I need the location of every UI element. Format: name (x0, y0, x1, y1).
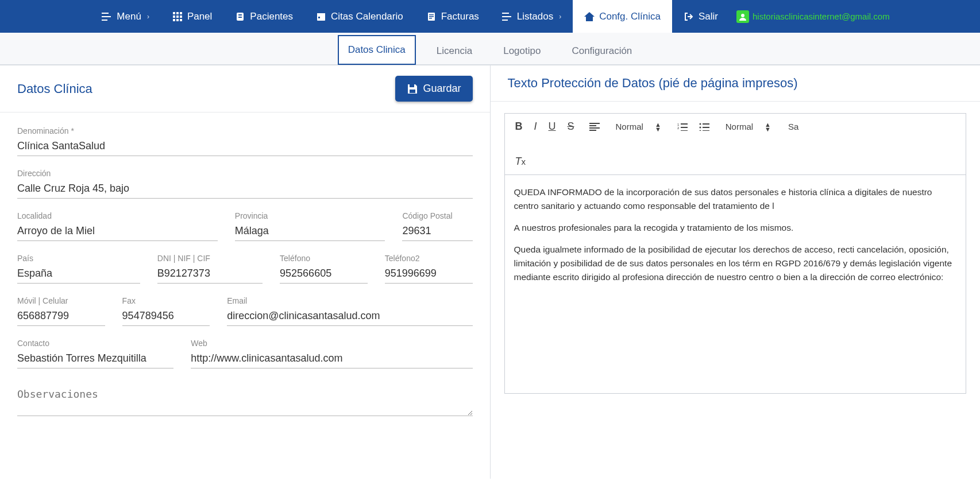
user-info[interactable]: historiasclinicasinternet@gmail.com (730, 10, 890, 23)
nav-salir-label: Salir (699, 11, 718, 22)
user-icon (736, 10, 749, 23)
nav-facturas-label: Facturas (441, 11, 479, 22)
nav-inner: Menú › Panel Pacientes Citas Calendario … (90, 0, 889, 33)
editor-paragraph: A nuestros profesionales para la recogid… (514, 221, 957, 235)
nav-citas-label: Citas Calendario (331, 11, 403, 22)
tab-datos-clinica[interactable]: Datos Clinica (338, 35, 416, 65)
direccion-input[interactable] (17, 180, 473, 199)
nav-pacientes[interactable]: Pacientes (223, 0, 304, 33)
telefono-input[interactable] (280, 265, 368, 284)
tab-configuracion[interactable]: Configuración (561, 36, 642, 65)
telefono-label: Teléfono (280, 254, 368, 263)
svg-rect-21 (410, 90, 415, 93)
telefono2-input[interactable] (385, 265, 473, 284)
svg-rect-0 (173, 12, 175, 14)
svg-rect-2 (180, 12, 182, 14)
panel-datos-clinica: Datos Clínica Guardar Denominación * Dir… (0, 65, 491, 479)
top-nav: Menú › Panel Pacientes Citas Calendario … (0, 0, 980, 33)
svg-rect-14 (318, 17, 320, 18)
svg-rect-6 (173, 19, 175, 21)
font-select[interactable]: Sa (785, 121, 802, 133)
sub-nav: Datos Clinica Licencia Logotipo Configur… (0, 33, 980, 65)
nav-panel[interactable]: Panel (161, 0, 223, 33)
clear-format-button[interactable]: Tx (513, 154, 528, 169)
contacto-input[interactable] (17, 350, 173, 368)
provincia-input[interactable] (235, 223, 385, 241)
svg-rect-13 (317, 13, 325, 15)
patients-icon (235, 11, 245, 22)
svg-rect-11 (238, 17, 242, 18)
form-body: Denominación * Dirección Localidad Provi… (0, 112, 490, 443)
panel-title-datos: Datos Clínica (17, 82, 92, 96)
svg-rect-3 (173, 15, 175, 18)
updown-icon: ▲▼ (765, 122, 771, 131)
pais-input[interactable] (17, 265, 140, 284)
grid-icon (172, 11, 183, 22)
denominacion-input[interactable] (17, 138, 473, 156)
content: Datos Clínica Guardar Denominación * Dir… (0, 65, 980, 479)
panel-header-left: Datos Clínica Guardar (0, 65, 490, 112)
underline-button[interactable]: U (546, 119, 558, 134)
localidad-input[interactable] (17, 223, 218, 241)
tab-logotipo[interactable]: Logotipo (493, 36, 551, 65)
align-button[interactable] (587, 122, 602, 132)
observaciones-textarea[interactable] (17, 386, 473, 416)
svg-rect-5 (180, 15, 182, 18)
svg-rect-1 (176, 12, 179, 14)
bold-button[interactable]: B (513, 119, 525, 134)
heading-select[interactable]: Normal ▲▼ (612, 121, 665, 133)
direccion-label: Dirección (17, 169, 473, 178)
nav-panel-label: Panel (187, 11, 212, 22)
save-button-label: Guardar (423, 83, 461, 95)
email-input[interactable] (227, 308, 472, 326)
fax-label: Fax (122, 296, 210, 305)
nav-config[interactable]: Confg. Clínica (573, 0, 672, 33)
movil-label: Móvil | Celular (17, 296, 105, 305)
svg-rect-4 (176, 15, 179, 18)
cp-input[interactable] (402, 223, 472, 241)
rich-editor: B I U S Normal ▲▼ 12 Normal ▲▼ (504, 113, 967, 394)
editor-paragraph: QUEDA INFORMADO de la incorporación de s… (514, 185, 957, 213)
nav-menu[interactable]: Menú › (90, 0, 161, 33)
tab-licencia[interactable]: Licencia (426, 36, 483, 65)
denominacion-label: Denominación * (17, 126, 473, 135)
updown-icon: ▲▼ (655, 122, 661, 131)
unordered-list-button[interactable] (697, 122, 712, 132)
svg-point-24 (699, 123, 701, 125)
user-email: historiasclinicasinternet@gmail.com (753, 11, 890, 21)
heading-select-label: Normal (616, 122, 643, 131)
panel-header-right: Texto Protección de Datos (pié de página… (491, 65, 981, 102)
fax-input[interactable] (122, 308, 210, 326)
nav-listados-label: Listados (517, 11, 553, 22)
localidad-label: Localidad (17, 211, 218, 220)
home-icon (584, 11, 595, 22)
size-select[interactable]: Normal ▲▼ (722, 121, 774, 133)
panel-title-proteccion: Texto Protección de Datos (pié de página… (508, 76, 798, 91)
invoice-icon (426, 11, 437, 22)
nav-salir[interactable]: Salir (672, 0, 730, 33)
telefono2-label: Teléfono2 (385, 254, 473, 263)
cp-label: Código Postal (402, 211, 472, 220)
editor-toolbar: B I U S Normal ▲▼ 12 Normal ▲▼ (505, 114, 966, 175)
editor-content[interactable]: QUEDA INFORMADO de la incorporación de s… (505, 175, 966, 393)
web-label: Web (191, 339, 472, 348)
calendar-icon (316, 11, 326, 22)
chevron-right-icon: › (147, 13, 149, 21)
web-input[interactable] (191, 350, 472, 368)
font-select-label: Sa (788, 122, 798, 131)
ordered-list-button[interactable]: 12 (675, 122, 690, 132)
dni-input[interactable] (157, 265, 263, 284)
svg-point-26 (699, 130, 701, 131)
nav-listados[interactable]: Listados › (491, 0, 573, 33)
nav-citas[interactable]: Citas Calendario (304, 0, 415, 33)
svg-rect-20 (410, 84, 414, 87)
nav-facturas[interactable]: Facturas (415, 0, 491, 33)
italic-button[interactable]: I (532, 119, 539, 134)
movil-input[interactable] (17, 308, 105, 326)
save-icon (407, 83, 418, 95)
strike-button[interactable]: S (565, 119, 577, 134)
svg-rect-17 (429, 16, 434, 17)
save-button[interactable]: Guardar (395, 76, 472, 102)
svg-text:2: 2 (677, 126, 680, 130)
svg-point-25 (699, 126, 701, 128)
